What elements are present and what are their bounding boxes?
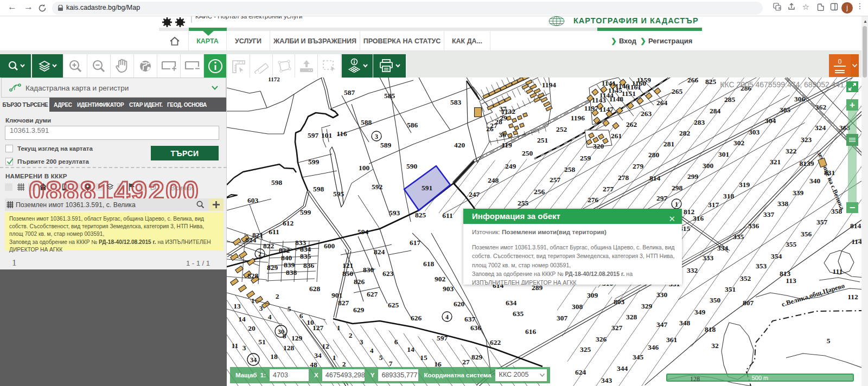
svg-text:1: 1	[333, 353, 336, 362]
svg-text:252: 252	[556, 125, 567, 133]
svg-text:829: 829	[471, 353, 483, 361]
svg-text:277: 277	[603, 185, 614, 193]
svg-text:319: 319	[739, 181, 750, 189]
svg-text:334: 334	[717, 244, 729, 252]
svg-text:4: 4	[445, 313, 449, 321]
svg-text:828: 828	[247, 272, 259, 280]
svg-text:838: 838	[286, 268, 297, 276]
svg-text:36: 36	[499, 131, 506, 139]
svg-text:248: 248	[488, 176, 499, 184]
svg-text:12: 12	[322, 342, 329, 350]
svg-text:264: 264	[656, 99, 668, 107]
svg-text:1194: 1194	[542, 81, 557, 89]
svg-text:629: 629	[353, 306, 365, 314]
svg-text:303: 303	[749, 128, 760, 136]
svg-text:1143: 1143	[592, 96, 607, 104]
svg-text:344: 344	[617, 364, 628, 372]
svg-text:827: 827	[338, 299, 349, 307]
svg-text:18: 18	[270, 352, 278, 361]
svg-text:332: 332	[687, 266, 698, 274]
svg-text:829: 829	[267, 263, 278, 272]
svg-text:250: 250	[522, 149, 533, 157]
svg-text:283: 283	[694, 118, 705, 126]
svg-text:330: 330	[656, 291, 668, 299]
svg-text:7: 7	[389, 359, 393, 368]
svg-text:2: 2	[258, 250, 261, 258]
svg-text:1197: 1197	[584, 104, 599, 112]
svg-text:309: 309	[587, 291, 598, 299]
svg-text:300: 300	[703, 162, 714, 170]
svg-text:338: 338	[777, 200, 789, 208]
svg-text:114: 114	[851, 237, 861, 246]
svg-text:1: 1	[675, 201, 678, 208]
svg-text:6: 6	[394, 338, 398, 346]
svg-text:830: 830	[363, 266, 374, 274]
svg-text:129: 129	[291, 334, 303, 342]
svg-text:353: 353	[756, 262, 767, 270]
svg-text:835: 835	[300, 252, 311, 260]
svg-text:14: 14	[407, 345, 414, 353]
svg-text:261: 261	[611, 132, 622, 140]
svg-text:420: 420	[454, 141, 465, 149]
svg-text:323: 323	[801, 136, 812, 144]
svg-text:594: 594	[358, 228, 369, 236]
svg-text:620: 620	[454, 300, 465, 308]
svg-text:3: 3	[375, 133, 378, 140]
svg-text:51: 51	[258, 338, 266, 346]
svg-text:590: 590	[406, 162, 418, 170]
svg-text:308: 308	[572, 303, 583, 311]
svg-text:299: 299	[687, 172, 699, 181]
svg-text:825: 825	[415, 211, 426, 219]
svg-text:127: 127	[312, 324, 324, 332]
svg-text:307: 307	[557, 314, 568, 322]
svg-text:624: 624	[575, 368, 586, 376]
svg-text:100: 100	[359, 164, 370, 172]
svg-text:597: 597	[437, 334, 448, 342]
svg-text:11: 11	[232, 342, 239, 350]
svg-text:818: 818	[705, 325, 716, 333]
svg-text:611: 611	[269, 228, 279, 236]
svg-text:586: 586	[407, 121, 418, 129]
svg-text:112: 112	[847, 293, 858, 301]
svg-text:255: 255	[518, 199, 529, 207]
svg-text:345: 345	[633, 353, 644, 361]
svg-text:355: 355	[786, 240, 797, 248]
svg-text:318: 318	[723, 192, 735, 200]
svg-text:1147: 1147	[599, 105, 614, 113]
svg-text:612: 612	[283, 219, 294, 227]
svg-text:901: 901	[331, 291, 343, 299]
svg-text:266: 266	[687, 78, 699, 84]
svg-text:347: 347	[656, 320, 668, 329]
svg-text:628: 628	[309, 285, 321, 293]
svg-text:625: 625	[388, 301, 399, 309]
svg-text:301: 301	[718, 150, 730, 158]
svg-text:850: 850	[342, 269, 354, 278]
svg-text:257: 257	[550, 176, 561, 184]
svg-text:282: 282	[679, 129, 691, 137]
svg-text:259: 259	[580, 154, 591, 162]
svg-text:343: 343	[601, 376, 612, 384]
svg-text:333: 333	[703, 254, 714, 262]
svg-text:8139: 8139	[800, 159, 814, 168]
svg-text:339: 339	[793, 189, 804, 197]
svg-text:600: 600	[324, 242, 335, 250]
svg-text:350: 350	[710, 296, 721, 304]
svg-text:5: 5	[379, 353, 383, 362]
svg-text:325: 325	[580, 345, 591, 353]
svg-text:285: 285	[724, 95, 736, 104]
svg-text:836: 836	[303, 261, 315, 269]
svg-text:279: 279	[633, 162, 644, 170]
svg-text:119: 119	[501, 141, 512, 149]
svg-text:597: 597	[308, 131, 319, 139]
svg-text:352: 352	[740, 274, 751, 282]
svg-text:357: 357	[816, 218, 828, 226]
svg-text:249: 249	[505, 162, 516, 170]
svg-text:598: 598	[313, 185, 324, 193]
svg-text:335: 335	[733, 233, 744, 241]
svg-text:284: 284	[710, 107, 721, 115]
svg-text:1: 1	[337, 324, 341, 332]
svg-text:348: 348	[679, 319, 691, 327]
svg-text:595: 595	[333, 190, 344, 198]
svg-text:626: 626	[411, 314, 422, 322]
svg-text:831: 831	[824, 169, 835, 177]
